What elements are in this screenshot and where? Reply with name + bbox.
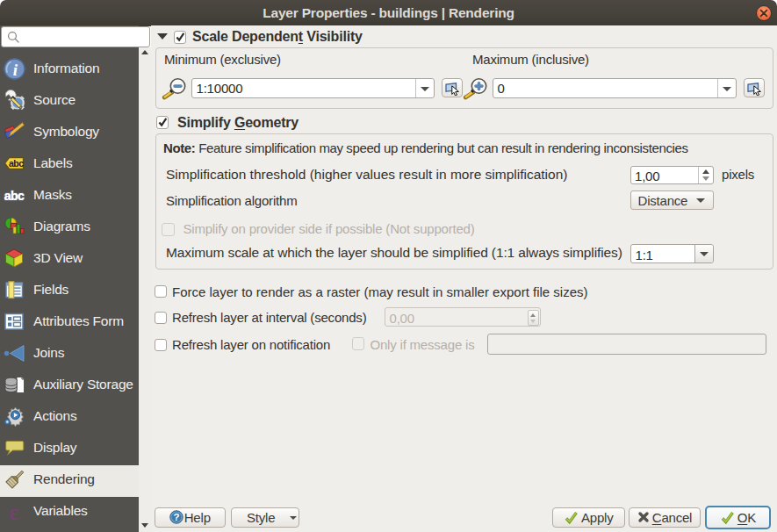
svg-text:?: ? [173,512,179,522]
svg-text:abc: abc [4,189,25,203]
svg-text:ε: ε [10,500,19,522]
svg-text:i: i [13,61,18,79]
svg-text:abc: abc [9,158,24,169]
